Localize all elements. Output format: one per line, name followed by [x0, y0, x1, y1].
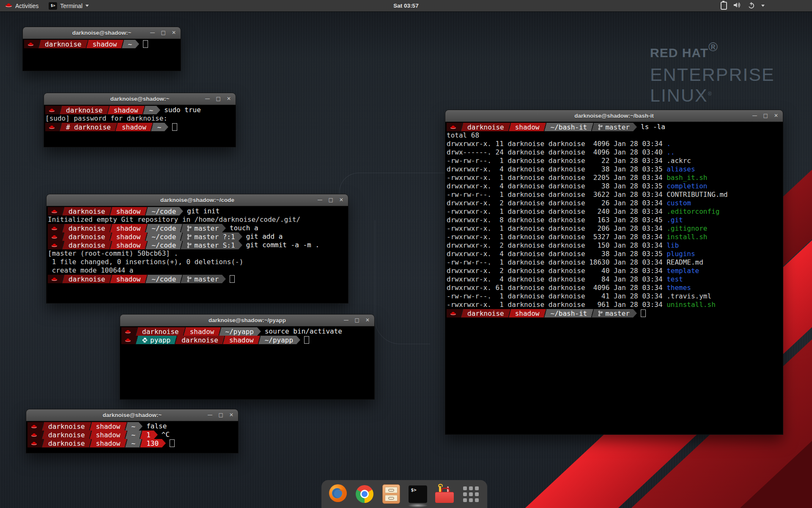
segment-separator	[590, 309, 595, 318]
segment-separator	[37, 40, 41, 48]
maximize-button[interactable]: □	[355, 315, 359, 326]
prompt-segment-host: shadow	[512, 123, 543, 131]
segment-separator	[460, 309, 464, 318]
terminal-output-line: drwxrwxr-x. 4 darknoise darknoise 38 Jan…	[447, 165, 783, 174]
terminal-output-line: -rwxrwxr-x. 1 darknoise darknoise 961 Ja…	[447, 301, 783, 309]
terminal-body[interactable]: darknoiseshadow~/codegit initInitialized…	[47, 206, 348, 303]
terminal-cursor	[170, 439, 175, 447]
terminal-output-line: -rw-rw-r--. 1 darknoise darknoise 41 Jan…	[447, 292, 783, 301]
prompt-segment-host: shadow	[110, 106, 142, 114]
app-menu[interactable]: $> Terminal	[44, 0, 94, 11]
terminal-prompt-line: darknoiseshadow~/codemaster ?:1git add a	[48, 232, 348, 241]
window-titlebar[interactable]: darknoise@shadow:~/bash-it —□✕	[445, 110, 783, 122]
prompt-segment-exit: 130	[143, 439, 162, 447]
window-titlebar[interactable]: darknoise@shadow:~/pyapp —□✕	[120, 315, 374, 326]
terminal-body[interactable]: darknoiseshadow~sudo true[sudo] password…	[44, 105, 236, 147]
minimize-button[interactable]: —	[150, 27, 155, 39]
maximize-button[interactable]: □	[329, 194, 333, 206]
window-titlebar[interactable]: darknoise@shadow:~ —□✕	[23, 27, 181, 39]
maximize-button[interactable]: □	[161, 27, 166, 39]
terminal-output-line: -rwxrwxr-x. 1 darknoise darknoise 206 Ja…	[447, 224, 783, 233]
prompt-arrow	[222, 224, 226, 232]
prompt-segment-hat	[48, 207, 61, 215]
maximize-button[interactable]: □	[763, 110, 768, 121]
window-titlebar[interactable]: darknoise@shadow:~ —□✕	[26, 409, 238, 421]
system-tray[interactable]	[721, 0, 765, 11]
minimize-button[interactable]: —	[752, 110, 757, 121]
wallpaper-arc-line	[375, 220, 430, 344]
app-grid-icon	[462, 485, 480, 503]
prompt-segment-host: shadow	[113, 275, 144, 283]
terminal-cursor	[230, 275, 235, 283]
prompt-segment-path: ~	[154, 123, 165, 131]
minimize-button[interactable]: —	[318, 194, 323, 206]
dock-firefox[interactable]	[328, 484, 348, 504]
segment-separator	[121, 40, 125, 48]
clock[interactable]: Sat 03:57	[393, 3, 418, 9]
segment-separator	[41, 422, 45, 431]
terminal-cursor	[304, 336, 309, 344]
red-hat-icon	[49, 108, 55, 113]
prompt-segment-hat	[48, 241, 61, 249]
segment-separator	[139, 439, 143, 447]
terminal-body[interactable]: darknoiseshadow~/pyappsource bin/activat…	[120, 326, 374, 399]
terminal-body[interactable]: darknoiseshadow~falsedarknoiseshadow~1^C…	[26, 421, 238, 453]
minimize-button[interactable]: —	[205, 93, 210, 105]
git-branch-icon	[187, 242, 192, 248]
segment-separator	[144, 207, 148, 215]
watermark-line3: LINUX	[650, 85, 708, 105]
close-button[interactable]: ✕	[365, 315, 370, 326]
close-button[interactable]: ✕	[774, 110, 778, 121]
drawer	[385, 495, 398, 501]
maximize-button[interactable]: □	[216, 93, 221, 105]
prompt-segment-hat	[27, 439, 41, 447]
prompt-segment-host: shadow	[187, 327, 218, 336]
prompt-arrow	[179, 207, 183, 215]
segment-separator	[41, 431, 45, 439]
file-cabinet-icon	[382, 484, 400, 504]
terminal-cursor	[143, 40, 148, 48]
registered-mark: ®	[708, 40, 718, 54]
segment-separator	[543, 309, 547, 318]
segment-separator	[508, 123, 512, 131]
dock-files[interactable]	[381, 484, 401, 504]
minimize-button[interactable]: —	[344, 315, 349, 326]
segment-separator	[124, 422, 128, 431]
close-button[interactable]: ✕	[172, 27, 176, 39]
activities-button[interactable]: Activities	[0, 0, 44, 11]
terminal-prompt-line: pyappdarknoiseshadow~/pyapp	[121, 336, 374, 344]
segment-separator	[222, 336, 226, 344]
minimize-button[interactable]: —	[208, 409, 213, 421]
top-bar: Activities $> Terminal Sat 03:57	[0, 0, 812, 11]
prompt-segment-hat	[121, 336, 134, 344]
terminal-prompt-line: darknoiseshadow~sudo true	[45, 106, 236, 114]
prompt-segment-branch: master	[184, 275, 222, 283]
segment-separator	[61, 241, 65, 249]
terminal-prompt-line: darknoiseshadow~/bash-itmasterls -la	[447, 123, 783, 131]
dock-chrome[interactable]	[355, 484, 374, 504]
prompt-segment-hat	[48, 224, 61, 232]
terminal-prompt-line: darknoiseshadow~/codemaster S:1git commi…	[48, 241, 348, 249]
prompt-arrow	[296, 336, 300, 344]
window-titlebar[interactable]: darknoise@shadow:~/code —□✕	[47, 194, 348, 206]
red-hat-icon	[51, 226, 58, 231]
terminal-output-line: drwxrwxr-x. 2 darknoise darknoise 26 Jan…	[447, 199, 783, 207]
prompt-segment-path: ~/pyapp	[261, 336, 296, 344]
chevron-down-icon	[761, 5, 765, 7]
window-titlebar[interactable]: darknoise@shadow:~ —□✕	[44, 93, 236, 105]
dock-terminal[interactable]: $>	[408, 484, 428, 504]
prompt-segment-user: darknoise	[45, 439, 88, 447]
segment-separator	[144, 224, 148, 232]
close-button[interactable]: ✕	[227, 93, 231, 105]
terminal-icon: $>	[409, 485, 427, 503]
prompt-segment-path: ~/pyapp	[222, 327, 257, 336]
dock-app-grid[interactable]	[461, 484, 481, 504]
terminal-body[interactable]: darknoiseshadow~	[23, 39, 181, 71]
terminal-body[interactable]: darknoiseshadow~/bash-itmasterls -latota…	[445, 122, 783, 434]
dock-toolbox[interactable]	[435, 484, 454, 504]
close-button[interactable]: ✕	[339, 194, 343, 206]
close-button[interactable]: ✕	[229, 409, 233, 421]
maximize-button[interactable]: □	[219, 409, 223, 421]
red-hat-icon	[5, 3, 12, 9]
terminal-output-line: 1 file changed, 0 insertions(+), 0 delet…	[48, 258, 348, 266]
